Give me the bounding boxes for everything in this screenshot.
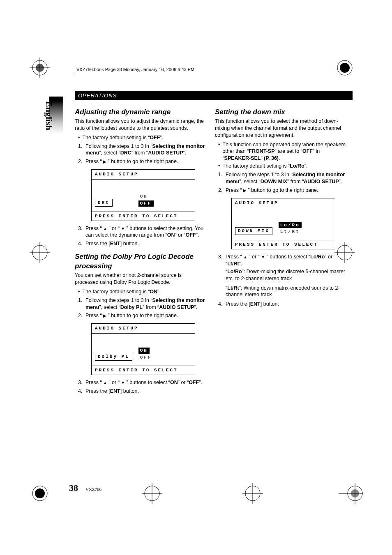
step-drc-1: 1. Following the steps 1 to 3 in “Select… xyxy=(78,143,206,157)
step-drc-4: 4. Press the [ENT] button. xyxy=(78,240,206,247)
step-dolbypl-4: 4. Press the [ENT] button. xyxy=(78,388,206,395)
bullet-dolbypl-default: The factory default setting is “ON”. xyxy=(78,288,206,295)
step-downmix-2: 2. Press “ ▶ ” button to go to the right… xyxy=(218,187,346,194)
osd-option-loro-selected: Lo/Ro xyxy=(279,222,302,228)
osd-item: Dolby PL xyxy=(95,353,132,361)
step-dolbypl-1: 1. Following the steps 1 to 3 in “Select… xyxy=(78,297,206,311)
right-column: Setting the down mix This function allow… xyxy=(215,107,346,395)
intro-drc: This function allows you to adjust the d… xyxy=(75,118,206,132)
osd-option-off: OFF xyxy=(138,355,191,361)
osd-option-off-selected: OFF xyxy=(138,200,154,207)
osd-option-ltrt: Lt/Rt xyxy=(279,229,332,235)
regmark-icon xyxy=(30,483,50,504)
regmark-icon xyxy=(242,483,263,504)
step-drc-2: 2. Press “ ▶ ” button to go to the right… xyxy=(78,158,206,165)
language-label: English xyxy=(44,101,54,130)
regmark-icon xyxy=(30,58,50,78)
up-arrow-icon: ▲ xyxy=(103,226,107,232)
up-arrow-icon: ▲ xyxy=(103,380,107,386)
step-drc-3: 3. Press “ ▲ ” or “ ▼ ” buttons to selec… xyxy=(78,225,206,239)
content-columns: Adjusting the dynamic range This functio… xyxy=(75,107,346,395)
bullet-downmix-default: The factory default setting is “Lo/Ro”. xyxy=(218,163,346,170)
print-header-text: VXZ766.book Page 38 Monday, January 16, … xyxy=(76,67,194,72)
intro-downmix: This function allows you to select the m… xyxy=(215,118,346,139)
regmark-icon xyxy=(142,483,162,504)
regmark-icon xyxy=(30,242,50,263)
osd-option-on: ON xyxy=(138,193,191,200)
page-number: 38 xyxy=(69,483,78,493)
osd-footer: PRESS ENTER TO SELECT xyxy=(92,212,195,221)
svg-point-13 xyxy=(35,488,45,498)
osd-title: AUDIO SETUP xyxy=(92,170,195,180)
step-downmix-4: 4. Press the [ENT] button. xyxy=(218,301,346,308)
bullet-downmix-condition: This function can be operated only when … xyxy=(218,141,346,162)
bullet-drc-default: The factory default setting is “OFF”. xyxy=(78,134,206,141)
osd-title: AUDIO SETUP xyxy=(92,324,195,334)
note-ltrt: “Lt/Rt”: Writing down matrix-encoded sou… xyxy=(226,285,346,299)
osd-footer: PRESS ENTER TO SELECT xyxy=(92,366,195,375)
down-arrow-icon: ▼ xyxy=(261,254,265,260)
osd-footer: PRESS ENTER TO SELECT xyxy=(232,240,335,249)
note-loro: “Lo/Ro”: Down-mixing the discrete 5-chan… xyxy=(226,268,346,282)
model-code: VXZ766 xyxy=(85,487,101,492)
regmark-icon xyxy=(339,483,363,504)
heading-downmix: Setting the down mix xyxy=(215,108,346,117)
osd-option-on-selected: ON xyxy=(138,348,150,354)
step-downmix-3: 3. Press “ ▲ ” or “ ▼ ” buttons to selec… xyxy=(218,253,346,267)
heading-drc: Adjusting the dynamic range xyxy=(75,108,206,117)
down-arrow-icon: ▼ xyxy=(121,226,125,232)
intro-dolbypl: You can set whether or not 2-channel sou… xyxy=(75,272,206,286)
osd-dolbypl: AUDIO SETUP Dolby PL ON OFF PRESS ENTER … xyxy=(91,323,195,375)
step-downmix-1: 1. Following the steps 1 to 3 in “Select… xyxy=(218,171,346,185)
osd-item: DOWN MIX xyxy=(235,227,272,235)
right-arrow-icon: ▶ xyxy=(103,159,106,165)
osd-item: DRC xyxy=(95,199,113,207)
right-arrow-icon: ▶ xyxy=(243,188,247,193)
page-footer: 38 VXZ766 xyxy=(69,483,101,493)
section-title-bar: OPERATIONS xyxy=(75,91,353,100)
left-column: Adjusting the dynamic range This functio… xyxy=(75,107,206,395)
print-header: VXZ766.book Page 38 Monday, January 16, … xyxy=(75,66,355,73)
down-arrow-icon: ▼ xyxy=(121,380,125,386)
page: VXZ766.book Page 38 Monday, January 16, … xyxy=(0,0,392,555)
up-arrow-icon: ▲ xyxy=(243,254,247,260)
step-dolbypl-2: 2. Press “ ▶ ” button to go to the right… xyxy=(78,312,206,319)
osd-title: AUDIO SETUP xyxy=(232,198,335,208)
osd-drc: AUDIO SETUP DRC ON OFF PRESS ENTER TO SE… xyxy=(91,169,195,221)
section-title: OPERATIONS xyxy=(78,92,117,99)
step-dolbypl-3: 3. Press “ ▲ ” or “ ▼ ” buttons to selec… xyxy=(78,379,206,386)
heading-dolbypl: Setting the Dolby Pro Logic Decode proce… xyxy=(75,252,206,271)
right-arrow-icon: ▶ xyxy=(103,313,106,319)
osd-downmix: AUDIO SETUP DOWN MIX Lo/Ro Lt/Rt PRESS E… xyxy=(231,198,335,249)
